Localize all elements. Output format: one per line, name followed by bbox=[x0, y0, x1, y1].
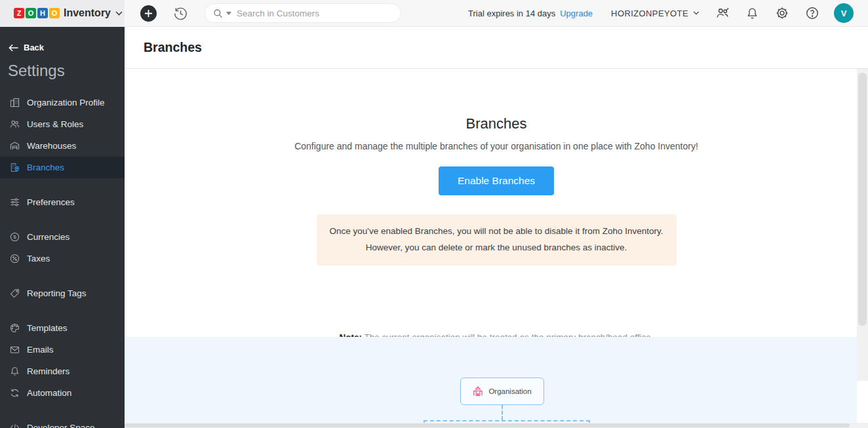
sidebar-item-templates[interactable]: Templates bbox=[0, 317, 125, 339]
warehouse-icon bbox=[9, 141, 20, 151]
users-icon bbox=[9, 119, 20, 129]
back-arrow-icon bbox=[9, 44, 18, 52]
logo-letter-h: H bbox=[37, 8, 48, 18]
organisation-building-icon bbox=[473, 386, 483, 397]
sidebar-item-reminders[interactable]: Reminders bbox=[0, 360, 125, 382]
organisation-node-label: Organisation bbox=[488, 387, 531, 395]
topbar-right: Trial expires in 14 days Upgrade HORIZON… bbox=[468, 3, 854, 23]
palette-icon bbox=[9, 323, 20, 333]
sidebar-item-label: Warehouses bbox=[27, 141, 76, 151]
sidebar-item-label: Developer Space bbox=[27, 423, 95, 428]
branch-icon bbox=[9, 163, 20, 172]
page-title: Branches bbox=[144, 40, 202, 55]
sidebar-item-warehouses[interactable]: Warehouses bbox=[0, 135, 125, 157]
sidebar-item-label: Currencies bbox=[27, 232, 69, 242]
percent-icon bbox=[9, 254, 20, 263]
sidebar-item-currencies[interactable]: $ Currencies bbox=[0, 226, 125, 248]
sidebar-item-developer-space[interactable]: Developer Space bbox=[0, 417, 125, 428]
horizontal-scrollbar[interactable] bbox=[125, 423, 868, 428]
sidebar-item-organization-profile[interactable]: Organization Profile bbox=[0, 92, 125, 113]
chevron-down-icon bbox=[115, 11, 123, 16]
hero-title: Branches bbox=[125, 115, 868, 132]
global-search[interactable] bbox=[205, 3, 401, 23]
horizontal-scrollbar-thumb[interactable] bbox=[125, 423, 850, 427]
page-content: Branches Configure and manage the multip… bbox=[125, 69, 868, 428]
sidebar-item-label: Emails bbox=[27, 345, 54, 355]
quick-create-button[interactable] bbox=[140, 5, 157, 22]
sidebar-item-label: Branches bbox=[27, 163, 64, 172]
trial-status-text: Trial expires in 14 days bbox=[468, 9, 555, 18]
svg-text:$: $ bbox=[13, 234, 16, 240]
logo-letter-o1: O bbox=[26, 8, 36, 18]
help-icon[interactable] bbox=[805, 6, 819, 20]
zoho-logo[interactable]: Z O H O Inventory bbox=[0, 0, 125, 26]
back-label: Back bbox=[24, 43, 44, 52]
organization-switcher[interactable]: HORIZONPEYOTE bbox=[611, 9, 700, 18]
recent-history-icon[interactable] bbox=[173, 6, 188, 21]
currency-icon: $ bbox=[9, 232, 20, 242]
sidebar-item-label: Templates bbox=[27, 323, 68, 333]
vertical-scrollbar[interactable] bbox=[857, 69, 868, 381]
warning-line-1: Once you've enabled Branches, you will n… bbox=[330, 224, 663, 240]
search-input[interactable] bbox=[237, 9, 393, 18]
sidebar-item-preferences[interactable]: Preferences bbox=[0, 191, 125, 213]
search-icon bbox=[213, 9, 223, 18]
vertical-scrollbar-thumb[interactable] bbox=[858, 73, 867, 326]
sidebar-item-branches[interactable]: Branches bbox=[0, 157, 125, 178]
logo-letter-o2: O bbox=[49, 8, 60, 18]
organization-name: HORIZONPEYOTE bbox=[611, 9, 688, 18]
sidebar-title: Settings bbox=[0, 52, 125, 92]
warning-message: Once you've enabled Branches, you will n… bbox=[317, 214, 677, 265]
refer-users-icon[interactable] bbox=[715, 6, 730, 20]
diagram-connector-vertical bbox=[502, 405, 503, 420]
bell-icon bbox=[9, 366, 20, 376]
sidebar-item-label: Preferences bbox=[27, 197, 75, 207]
tag-icon bbox=[9, 288, 20, 298]
main-panel: Branches Branches Configure and manage t… bbox=[125, 27, 868, 428]
org-profile-icon bbox=[9, 98, 20, 107]
page-header: Branches bbox=[125, 27, 868, 69]
sidebar-item-label: Reporting Tags bbox=[27, 288, 87, 298]
sidebar-item-reporting-tags[interactable]: Reporting Tags bbox=[0, 282, 125, 304]
topbar-main: Trial expires in 14 days Upgrade HORIZON… bbox=[125, 0, 868, 26]
code-icon bbox=[9, 423, 20, 428]
sidebar-item-automation[interactable]: Automation bbox=[0, 382, 125, 404]
topbar: Z O H O Inventory Trial expires in 14 da bbox=[0, 0, 868, 27]
hero-description: Configure and manage the multiple branch… bbox=[125, 141, 868, 151]
logo-letter-z: Z bbox=[14, 8, 24, 18]
sidebar-item-users-roles[interactable]: Users & Roles bbox=[0, 113, 125, 135]
chevron-down-icon bbox=[693, 11, 700, 15]
user-avatar[interactable]: V bbox=[834, 3, 854, 23]
sync-icon bbox=[9, 388, 20, 398]
back-button[interactable]: Back bbox=[0, 27, 125, 52]
branches-hero: Branches Configure and manage the multip… bbox=[125, 115, 868, 342]
branch-diagram-section: Organisation bbox=[125, 337, 857, 423]
sidebar-item-label: Taxes bbox=[27, 254, 50, 263]
enable-branches-button[interactable]: Enable Branches bbox=[439, 166, 554, 195]
zoho-logo-letters: Z O H O bbox=[14, 8, 60, 18]
sidebar-item-taxes[interactable]: Taxes bbox=[0, 248, 125, 269]
sidebar-item-label: Automation bbox=[27, 388, 71, 398]
warning-line-2: However, you can delete or mark the unus… bbox=[330, 240, 663, 256]
settings-gear-icon[interactable] bbox=[775, 6, 789, 20]
envelope-icon bbox=[9, 345, 20, 355]
scrollbar-corner bbox=[857, 423, 868, 428]
organisation-node[interactable]: Organisation bbox=[460, 378, 544, 405]
sidebar-item-emails[interactable]: Emails bbox=[0, 339, 125, 360]
notifications-bell-icon[interactable] bbox=[745, 7, 759, 20]
sidebar-item-label: Users & Roles bbox=[27, 119, 83, 129]
search-scope-dropdown-icon[interactable] bbox=[226, 12, 231, 15]
settings-sidebar: Back Settings Organization Profile Users… bbox=[0, 27, 125, 428]
sliders-icon bbox=[9, 197, 20, 207]
diagram-connector-horizontal bbox=[424, 420, 590, 421]
sidebar-item-label: Organization Profile bbox=[27, 98, 105, 107]
sidebar-item-label: Reminders bbox=[27, 366, 69, 376]
upgrade-link[interactable]: Upgrade bbox=[560, 9, 593, 18]
product-name: Inventory bbox=[64, 7, 111, 19]
